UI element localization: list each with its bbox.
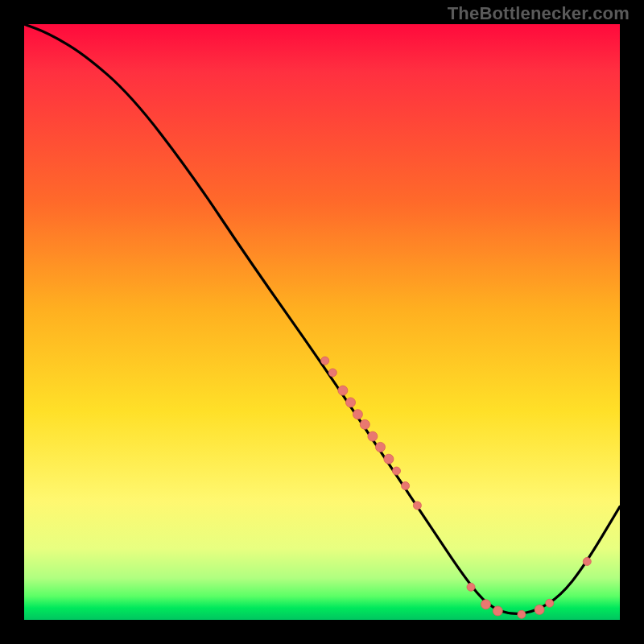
scatter-point — [546, 599, 554, 607]
scatter-point — [321, 357, 329, 365]
watermark-text: TheBottlenecker.com — [448, 3, 630, 24]
scatter-point — [413, 502, 421, 510]
scatter-point — [393, 467, 401, 475]
scatter-point — [328, 369, 336, 377]
scatter-point — [376, 442, 386, 452]
chart-frame: TheBottlenecker.com — [0, 0, 644, 644]
scatter-point — [481, 600, 491, 609]
scatter-point — [518, 610, 526, 618]
scatter-point — [353, 410, 362, 419]
scatter-point — [467, 583, 475, 591]
plot-area — [24, 24, 620, 620]
scatter-point — [338, 386, 348, 395]
scatter-point — [368, 431, 378, 441]
scatter-point — [346, 398, 356, 407]
scatter-points-group — [321, 357, 592, 618]
scatter-point — [535, 605, 544, 614]
bottleneck-curve — [24, 24, 620, 613]
scatter-point — [360, 419, 369, 429]
scatter-point — [583, 558, 591, 566]
scatter-point — [384, 454, 394, 464]
chart-svg — [24, 24, 620, 620]
scatter-point — [402, 482, 410, 490]
scatter-point — [493, 606, 502, 616]
